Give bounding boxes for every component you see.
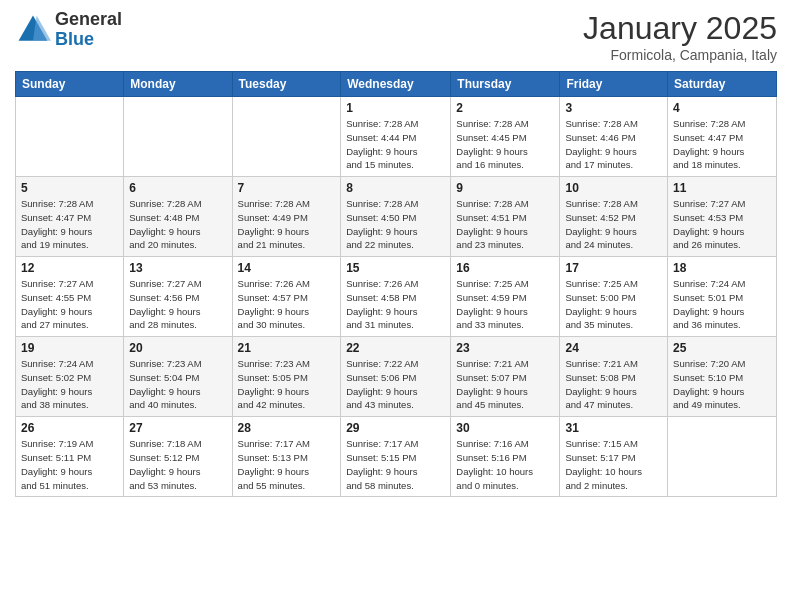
title-block: January 2025 Formicola, Campania, Italy	[583, 10, 777, 63]
day-cell: 30Sunrise: 7:16 AM Sunset: 5:16 PM Dayli…	[451, 417, 560, 497]
day-cell: 19Sunrise: 7:24 AM Sunset: 5:02 PM Dayli…	[16, 337, 124, 417]
day-cell	[16, 97, 124, 177]
day-info: Sunrise: 7:22 AM Sunset: 5:06 PM Dayligh…	[346, 357, 445, 412]
logo-general: General	[55, 10, 122, 30]
page: General Blue January 2025 Formicola, Cam…	[0, 0, 792, 612]
day-cell: 12Sunrise: 7:27 AM Sunset: 4:55 PM Dayli…	[16, 257, 124, 337]
day-cell: 6Sunrise: 7:28 AM Sunset: 4:48 PM Daylig…	[124, 177, 232, 257]
week-row-5: 26Sunrise: 7:19 AM Sunset: 5:11 PM Dayli…	[16, 417, 777, 497]
day-info: Sunrise: 7:27 AM Sunset: 4:53 PM Dayligh…	[673, 197, 771, 252]
day-info: Sunrise: 7:28 AM Sunset: 4:49 PM Dayligh…	[238, 197, 336, 252]
day-cell: 16Sunrise: 7:25 AM Sunset: 4:59 PM Dayli…	[451, 257, 560, 337]
day-info: Sunrise: 7:28 AM Sunset: 4:50 PM Dayligh…	[346, 197, 445, 252]
day-cell: 20Sunrise: 7:23 AM Sunset: 5:04 PM Dayli…	[124, 337, 232, 417]
day-cell: 29Sunrise: 7:17 AM Sunset: 5:15 PM Dayli…	[341, 417, 451, 497]
day-number: 21	[238, 341, 336, 355]
day-number: 30	[456, 421, 554, 435]
week-row-4: 19Sunrise: 7:24 AM Sunset: 5:02 PM Dayli…	[16, 337, 777, 417]
day-cell: 2Sunrise: 7:28 AM Sunset: 4:45 PM Daylig…	[451, 97, 560, 177]
day-cell: 7Sunrise: 7:28 AM Sunset: 4:49 PM Daylig…	[232, 177, 341, 257]
day-number: 20	[129, 341, 226, 355]
day-number: 6	[129, 181, 226, 195]
day-number: 22	[346, 341, 445, 355]
day-cell: 11Sunrise: 7:27 AM Sunset: 4:53 PM Dayli…	[668, 177, 777, 257]
day-number: 8	[346, 181, 445, 195]
day-cell: 1Sunrise: 7:28 AM Sunset: 4:44 PM Daylig…	[341, 97, 451, 177]
column-header-friday: Friday	[560, 72, 668, 97]
day-number: 1	[346, 101, 445, 115]
column-header-thursday: Thursday	[451, 72, 560, 97]
day-number: 12	[21, 261, 118, 275]
day-cell: 10Sunrise: 7:28 AM Sunset: 4:52 PM Dayli…	[560, 177, 668, 257]
day-cell	[124, 97, 232, 177]
day-cell: 28Sunrise: 7:17 AM Sunset: 5:13 PM Dayli…	[232, 417, 341, 497]
day-number: 13	[129, 261, 226, 275]
day-info: Sunrise: 7:27 AM Sunset: 4:56 PM Dayligh…	[129, 277, 226, 332]
week-row-2: 5Sunrise: 7:28 AM Sunset: 4:47 PM Daylig…	[16, 177, 777, 257]
day-info: Sunrise: 7:27 AM Sunset: 4:55 PM Dayligh…	[21, 277, 118, 332]
day-cell: 25Sunrise: 7:20 AM Sunset: 5:10 PM Dayli…	[668, 337, 777, 417]
logo-blue: Blue	[55, 30, 122, 50]
day-number: 31	[565, 421, 662, 435]
day-cell: 8Sunrise: 7:28 AM Sunset: 4:50 PM Daylig…	[341, 177, 451, 257]
day-cell: 31Sunrise: 7:15 AM Sunset: 5:17 PM Dayli…	[560, 417, 668, 497]
day-info: Sunrise: 7:17 AM Sunset: 5:15 PM Dayligh…	[346, 437, 445, 492]
column-header-wednesday: Wednesday	[341, 72, 451, 97]
day-number: 4	[673, 101, 771, 115]
month-title: January 2025	[583, 10, 777, 47]
day-info: Sunrise: 7:28 AM Sunset: 4:52 PM Dayligh…	[565, 197, 662, 252]
week-row-3: 12Sunrise: 7:27 AM Sunset: 4:55 PM Dayli…	[16, 257, 777, 337]
day-number: 17	[565, 261, 662, 275]
logo-icon	[15, 12, 51, 48]
logo-text: General Blue	[55, 10, 122, 50]
day-cell: 26Sunrise: 7:19 AM Sunset: 5:11 PM Dayli…	[16, 417, 124, 497]
calendar-header-row: SundayMondayTuesdayWednesdayThursdayFrid…	[16, 72, 777, 97]
day-info: Sunrise: 7:28 AM Sunset: 4:47 PM Dayligh…	[673, 117, 771, 172]
day-cell	[668, 417, 777, 497]
calendar: SundayMondayTuesdayWednesdayThursdayFrid…	[15, 71, 777, 497]
day-info: Sunrise: 7:28 AM Sunset: 4:48 PM Dayligh…	[129, 197, 226, 252]
header: General Blue January 2025 Formicola, Cam…	[15, 10, 777, 63]
day-cell: 3Sunrise: 7:28 AM Sunset: 4:46 PM Daylig…	[560, 97, 668, 177]
day-cell: 15Sunrise: 7:26 AM Sunset: 4:58 PM Dayli…	[341, 257, 451, 337]
day-info: Sunrise: 7:16 AM Sunset: 5:16 PM Dayligh…	[456, 437, 554, 492]
day-number: 25	[673, 341, 771, 355]
column-header-monday: Monday	[124, 72, 232, 97]
day-info: Sunrise: 7:19 AM Sunset: 5:11 PM Dayligh…	[21, 437, 118, 492]
column-header-saturday: Saturday	[668, 72, 777, 97]
day-number: 28	[238, 421, 336, 435]
day-info: Sunrise: 7:28 AM Sunset: 4:47 PM Dayligh…	[21, 197, 118, 252]
day-info: Sunrise: 7:17 AM Sunset: 5:13 PM Dayligh…	[238, 437, 336, 492]
day-info: Sunrise: 7:24 AM Sunset: 5:02 PM Dayligh…	[21, 357, 118, 412]
day-cell: 18Sunrise: 7:24 AM Sunset: 5:01 PM Dayli…	[668, 257, 777, 337]
day-info: Sunrise: 7:21 AM Sunset: 5:08 PM Dayligh…	[565, 357, 662, 412]
day-info: Sunrise: 7:24 AM Sunset: 5:01 PM Dayligh…	[673, 277, 771, 332]
column-header-tuesday: Tuesday	[232, 72, 341, 97]
day-number: 24	[565, 341, 662, 355]
day-info: Sunrise: 7:28 AM Sunset: 4:51 PM Dayligh…	[456, 197, 554, 252]
day-cell: 27Sunrise: 7:18 AM Sunset: 5:12 PM Dayli…	[124, 417, 232, 497]
day-info: Sunrise: 7:23 AM Sunset: 5:04 PM Dayligh…	[129, 357, 226, 412]
day-number: 7	[238, 181, 336, 195]
day-info: Sunrise: 7:26 AM Sunset: 4:57 PM Dayligh…	[238, 277, 336, 332]
day-cell: 22Sunrise: 7:22 AM Sunset: 5:06 PM Dayli…	[341, 337, 451, 417]
day-number: 11	[673, 181, 771, 195]
day-number: 15	[346, 261, 445, 275]
day-number: 16	[456, 261, 554, 275]
day-number: 5	[21, 181, 118, 195]
day-number: 19	[21, 341, 118, 355]
logo: General Blue	[15, 10, 122, 50]
day-info: Sunrise: 7:15 AM Sunset: 5:17 PM Dayligh…	[565, 437, 662, 492]
day-info: Sunrise: 7:28 AM Sunset: 4:46 PM Dayligh…	[565, 117, 662, 172]
day-number: 29	[346, 421, 445, 435]
day-cell: 23Sunrise: 7:21 AM Sunset: 5:07 PM Dayli…	[451, 337, 560, 417]
day-info: Sunrise: 7:28 AM Sunset: 4:45 PM Dayligh…	[456, 117, 554, 172]
day-cell: 13Sunrise: 7:27 AM Sunset: 4:56 PM Dayli…	[124, 257, 232, 337]
day-info: Sunrise: 7:28 AM Sunset: 4:44 PM Dayligh…	[346, 117, 445, 172]
day-number: 14	[238, 261, 336, 275]
day-cell	[232, 97, 341, 177]
day-info: Sunrise: 7:25 AM Sunset: 4:59 PM Dayligh…	[456, 277, 554, 332]
day-number: 3	[565, 101, 662, 115]
day-info: Sunrise: 7:20 AM Sunset: 5:10 PM Dayligh…	[673, 357, 771, 412]
location-title: Formicola, Campania, Italy	[583, 47, 777, 63]
